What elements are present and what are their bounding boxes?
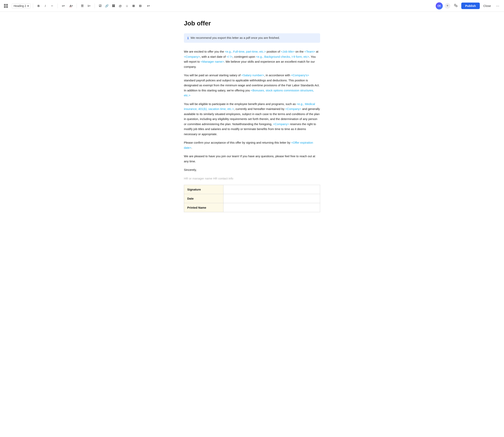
more-options-icon: ··· xyxy=(496,4,499,8)
align-chevron-icon: ▾ xyxy=(64,5,65,7)
info-box: ℹ We recommend you export this letter as… xyxy=(184,33,320,43)
signature-value xyxy=(223,185,320,194)
document-body: We are excited to offer you the <e.g., F… xyxy=(184,49,320,212)
heading-selector[interactable]: Heading 2 ▾ xyxy=(12,3,30,9)
table-button[interactable]: ⊞ xyxy=(131,3,137,9)
placeholder-job-title: <Job title> xyxy=(281,50,294,53)
info-message: We recommend you export this letter as a… xyxy=(191,36,280,40)
more-format-button[interactable]: ··· xyxy=(49,3,55,9)
signature-label: Signature xyxy=(184,185,223,194)
add-collaborator-button[interactable]: + xyxy=(445,3,450,9)
svg-rect-2 xyxy=(4,6,6,8)
paragraph-2: You will be paid an annual starting sala… xyxy=(184,73,320,98)
add-icon: + xyxy=(446,4,449,8)
plus-chevron-icon: ▾ xyxy=(149,5,150,7)
publish-button[interactable]: Publish xyxy=(461,3,480,9)
table-row-date: Date xyxy=(184,194,320,203)
placeholder-position: <e.g., Full-time, part-time, etc.> xyxy=(225,50,266,53)
image-icon: 🖼 xyxy=(112,4,115,8)
checklist-button[interactable]: ☑ xyxy=(97,3,103,9)
link-icon: 🔗 xyxy=(105,4,109,8)
placeholder-start-date: </ /> xyxy=(227,55,233,58)
emoji-icon: ☺ xyxy=(126,4,128,8)
more-options-button[interactable]: ··· xyxy=(494,3,501,9)
avatar: CK xyxy=(436,2,443,10)
divider-3 xyxy=(77,4,77,8)
placeholder-salary: <Salary number> xyxy=(241,73,264,77)
paragraph-3: You will be eligible to participate in t… xyxy=(184,101,320,137)
document-title: Job offer xyxy=(184,20,320,27)
divider-4 xyxy=(95,4,95,8)
signature-table: Signature Date Printed Name xyxy=(184,185,320,212)
paragraph-placeholder-gray: HR or manager name HR contact info xyxy=(184,176,320,181)
format-buttons: B I ··· xyxy=(35,3,55,9)
paragraph-4: Please confirm your acceptance of this o… xyxy=(184,140,320,150)
insert-more-button[interactable]: + ▾ xyxy=(145,3,151,9)
hr-placeholder: HR or manager name HR contact info xyxy=(184,177,233,180)
link-button[interactable]: 🔗 xyxy=(104,3,110,9)
divider-2 xyxy=(58,4,58,8)
toolbar-right: CK + Publish Close ··· xyxy=(436,2,501,10)
placeholder-expiration-date: <Offer expiration date> xyxy=(184,141,313,149)
placeholder-bonuses: <Bonuses, stock options commission struc… xyxy=(184,89,314,97)
emoji-button[interactable]: ☺ xyxy=(124,3,130,9)
svg-rect-0 xyxy=(4,4,6,6)
date-value xyxy=(223,194,320,203)
heading-label: Heading 2 xyxy=(14,4,26,8)
placeholder-manager: <Manager name> xyxy=(201,60,224,63)
list-buttons: ☰ 1≡ xyxy=(79,3,92,9)
bold-button[interactable]: B xyxy=(35,3,42,9)
toolbar: Heading 2 ▾ B I ··· ≡ ▾ A ▾ ☰ 1≡ ☑ 🔗 xyxy=(0,0,504,12)
document-content: Job offer ℹ We recommend you export this… xyxy=(179,12,325,228)
italic-button[interactable]: I xyxy=(42,3,48,9)
paragraph-5: We are pleased to have you join our team… xyxy=(184,154,320,164)
font-color-icon: A xyxy=(69,4,72,8)
numbered-list-icon: 1≡ xyxy=(87,4,90,7)
table-row-printed-name: Printed Name xyxy=(184,203,320,212)
printed-name-value xyxy=(223,203,320,212)
paragraph-sincerely: Sincerely, xyxy=(184,167,320,172)
chevron-down-icon: ▾ xyxy=(27,4,29,8)
placeholder-team: <Team> xyxy=(304,50,315,53)
insert-buttons: ☑ 🔗 🖼 @ ☺ ⊞ ⊟ xyxy=(97,3,144,9)
font-color-button[interactable]: A ▾ xyxy=(68,3,74,9)
placeholder-company-1: <Company> xyxy=(184,55,200,58)
mention-icon: @ xyxy=(119,4,122,8)
info-icon: ℹ xyxy=(187,36,189,40)
mention-button[interactable]: @ xyxy=(117,3,123,9)
paragraph-1: We are excited to offer you the <e.g., F… xyxy=(184,49,320,69)
avatar-initials: CK xyxy=(437,5,441,7)
printed-name-label: Printed Name xyxy=(184,203,223,212)
history-button[interactable] xyxy=(452,2,459,10)
placeholder-company-3: <Company> xyxy=(285,107,301,110)
svg-rect-1 xyxy=(6,4,8,6)
plus-icon: + xyxy=(147,4,149,8)
placeholder-contingent: <e.g., Background checks, I-9 form, etc> xyxy=(256,55,309,58)
date-label: Date xyxy=(184,194,223,203)
table-icon: ⊞ xyxy=(132,4,135,8)
close-button[interactable]: Close xyxy=(482,3,492,8)
font-color-chevron-icon: ▾ xyxy=(72,5,73,7)
divider-1 xyxy=(33,4,33,8)
align-icon: ≡ xyxy=(62,4,64,8)
numbered-list-button[interactable]: 1≡ xyxy=(86,3,92,9)
placeholder-company-2: <Company's> xyxy=(291,73,309,77)
svg-rect-3 xyxy=(6,6,8,8)
history-icon xyxy=(454,4,458,8)
placeholder-company-4: <Company> xyxy=(273,122,289,126)
columns-button[interactable]: ⊟ xyxy=(137,3,144,9)
columns-icon: ⊟ xyxy=(139,4,142,8)
image-button[interactable]: 🖼 xyxy=(110,3,117,9)
table-row-signature: Signature xyxy=(184,185,320,194)
align-button[interactable]: ≡ ▾ xyxy=(60,3,66,9)
app-logo xyxy=(3,3,9,9)
bullet-list-button[interactable]: ☰ xyxy=(79,3,86,9)
checklist-icon: ☑ xyxy=(99,4,101,8)
bullet-list-icon: ☰ xyxy=(81,4,84,8)
